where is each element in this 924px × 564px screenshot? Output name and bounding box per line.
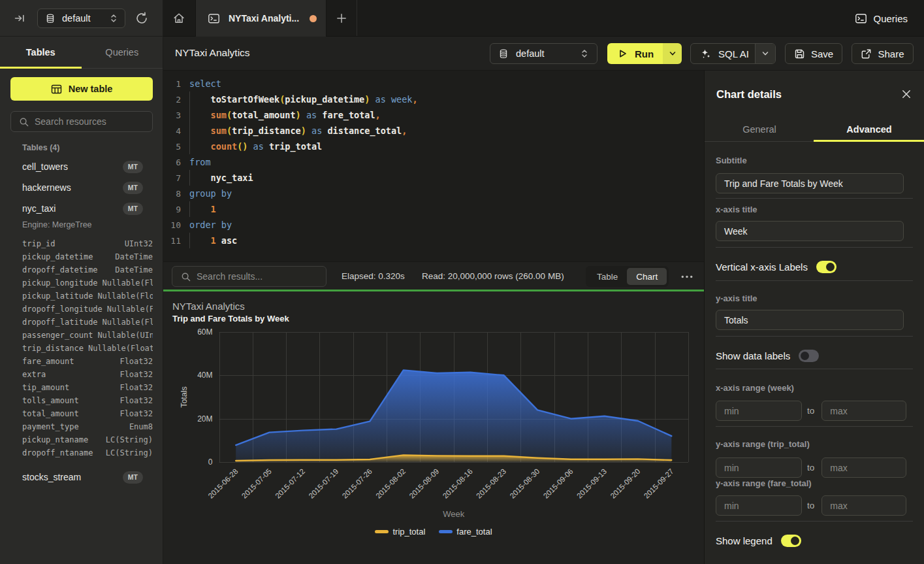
code-text: nyc_taxi: [189, 173, 253, 183]
editor-line-6[interactable]: 6from: [163, 154, 704, 170]
column-row[interactable]: trip_distanceNullable(Float32): [10, 342, 153, 355]
divider: [716, 521, 913, 522]
table-item-hackernews[interactable]: hackernewsMT: [10, 177, 153, 198]
column-row[interactable]: pickup_datetimeDateTime: [10, 250, 153, 263]
run-options-button[interactable]: [663, 43, 682, 64]
y-range-fare-label: y-axis range (fare_total): [716, 478, 913, 488]
y-range-fare-min-input[interactable]: min: [716, 495, 802, 516]
tab-advanced[interactable]: Advanced: [814, 118, 924, 141]
home-button[interactable]: [172, 12, 185, 25]
sidebar-tab-queries[interactable]: Queries: [82, 37, 163, 68]
header-database-value: default: [516, 48, 545, 59]
sidebar-search-input[interactable]: Search resources: [10, 111, 153, 132]
column-row[interactable]: passenger_countNullable(UInt8): [10, 329, 153, 342]
database-selector[interactable]: default: [37, 8, 125, 28]
table-item-stocks_stream[interactable]: stocks_streamMT: [10, 467, 153, 488]
new-table-button[interactable]: New table: [10, 77, 153, 101]
column-row[interactable]: dropoff_datetimeDateTime: [10, 263, 153, 276]
svg-text:2015-07-26: 2015-07-26: [341, 467, 374, 500]
table-item-cell_towers[interactable]: cell_towersMT: [10, 156, 153, 177]
column-row[interactable]: fare_amountFloat32: [10, 355, 153, 368]
queries-button[interactable]: Queries: [855, 8, 908, 28]
sql-editor[interactable]: 1select2 toStartOfWeek(pickup_datetime) …: [163, 71, 704, 261]
y-range-fare-max-input[interactable]: max: [821, 495, 906, 516]
column-row[interactable]: payment_typeEnum8: [10, 420, 153, 433]
svg-text:2015-09-13: 2015-09-13: [575, 467, 608, 500]
collapse-sidebar-button[interactable]: [13, 12, 26, 25]
column-row[interactable]: total_amountFloat32: [10, 407, 153, 420]
chart-details-body: Subtitle Trip and Fare Totals by Week x-…: [705, 156, 924, 547]
sql-ai-options-button[interactable]: [755, 44, 775, 63]
table-view-button[interactable]: Table: [588, 268, 627, 285]
editor-line-8[interactable]: 8group by: [163, 186, 704, 201]
share-button[interactable]: Share: [852, 43, 914, 64]
column-row[interactable]: extraFloat32: [10, 368, 153, 381]
legend-item-trip_total[interactable]: trip_total: [375, 527, 425, 537]
column-row[interactable]: tip_amountFloat32: [10, 381, 153, 394]
y-range-trip-max-input[interactable]: max: [821, 457, 906, 478]
y-axis-title-value: Totals: [724, 315, 748, 325]
close-icon: [901, 89, 912, 99]
editor-line-7[interactable]: 7 nyc_taxi: [163, 170, 704, 186]
editor-line-2[interactable]: 2 toStartOfWeek(pickup_datetime) as week…: [163, 91, 704, 107]
x-axis-title-value: Week: [724, 226, 748, 237]
editor-line-9[interactable]: 9 1: [163, 201, 704, 217]
show-legend-label: Show legend: [716, 535, 773, 546]
table-item-nyc_taxi[interactable]: nyc_taxiMT: [10, 198, 153, 219]
area-chart[interactable]: 020M40M60M2015-06-282015-07-052015-07-12…: [163, 291, 704, 564]
divider: [716, 336, 913, 337]
column-row[interactable]: pickup_ntanameLC(String): [10, 433, 153, 446]
column-type: Nullable(Float64): [103, 318, 153, 327]
x-range-max-input[interactable]: max: [821, 401, 906, 421]
results-more-button[interactable]: [681, 271, 694, 282]
svg-text:2015-07-19: 2015-07-19: [307, 467, 340, 500]
chart-details-header: Chart details: [705, 71, 924, 118]
y-axis-title-input[interactable]: Totals: [716, 310, 904, 330]
vertical-x-labels-toggle[interactable]: [816, 261, 836, 273]
collapse-sidebar-icon: [14, 12, 25, 24]
editor-line-4[interactable]: 4 sum(trip_distance) as distance_total,: [163, 123, 704, 139]
results-toolbar: Search results... Elapsed: 0.320s Read: …: [163, 261, 704, 290]
column-row[interactable]: pickup_longitudeNullable(Float64): [10, 276, 153, 290]
chart-view-button[interactable]: Chart: [627, 268, 667, 285]
close-panel-button[interactable]: [900, 88, 912, 100]
column-name: fare_amount: [22, 357, 74, 366]
y-axis-labels: 020M40M60M: [197, 327, 213, 467]
save-button[interactable]: Save: [785, 43, 842, 64]
column-name: dropoff_datetime: [22, 265, 98, 274]
show-data-labels-label: Show data labels: [716, 350, 790, 361]
legend-item-fare_total[interactable]: fare_total: [439, 527, 492, 537]
y-range-trip-max-placeholder: max: [830, 463, 847, 473]
sql-ai-button[interactable]: SQL AI: [691, 44, 755, 63]
y-range-trip-min-input[interactable]: min: [716, 457, 802, 478]
table-name: nyc_taxi: [22, 203, 56, 214]
code-text: select: [189, 78, 221, 89]
editor-line-5[interactable]: 5 count() as trip_total: [163, 139, 704, 154]
editor-line-1[interactable]: 1select: [163, 76, 704, 91]
column-row[interactable]: dropoff_longitudeNullable(Float64): [10, 303, 153, 316]
column-row[interactable]: trip_idUInt32: [10, 237, 153, 250]
show-legend-toggle[interactable]: [781, 535, 801, 547]
editor-line-3[interactable]: 3 sum(total_amount) as fare_total,: [163, 107, 704, 123]
results-search-input[interactable]: Search results...: [172, 266, 327, 287]
tab-general[interactable]: General: [705, 118, 814, 141]
header-database-selector[interactable]: default: [490, 43, 597, 64]
sidebar-tab-tables[interactable]: Tables: [0, 37, 82, 68]
x-axis-title-input[interactable]: Week: [716, 221, 904, 241]
run-button[interactable]: Run: [607, 43, 663, 64]
refresh-button[interactable]: [135, 11, 149, 25]
database-icon: [499, 49, 508, 59]
column-row[interactable]: pickup_latitudeNullable(Float64): [10, 290, 153, 303]
column-row[interactable]: tolls_amountFloat32: [10, 394, 153, 407]
x-range-min-input[interactable]: min: [716, 401, 802, 421]
subtitle-input[interactable]: Trip and Fare Totals by Week: [716, 173, 904, 193]
query-tab-active[interactable]: NYTaxi Analyti...: [195, 0, 327, 37]
editor-line-10[interactable]: 10order by: [163, 217, 704, 233]
new-tab-button[interactable]: [336, 12, 347, 24]
column-row[interactable]: dropoff_ntanameLC(String): [10, 446, 153, 459]
column-row[interactable]: dropoff_latitudeNullable(Float64): [10, 316, 153, 329]
chart-panel: NYTaxi Analytics Trip and Fare Totals by…: [163, 291, 704, 564]
line-number: 3: [163, 110, 181, 120]
editor-line-11[interactable]: 11 1 asc: [163, 233, 704, 248]
show-data-labels-toggle[interactable]: [799, 350, 819, 362]
